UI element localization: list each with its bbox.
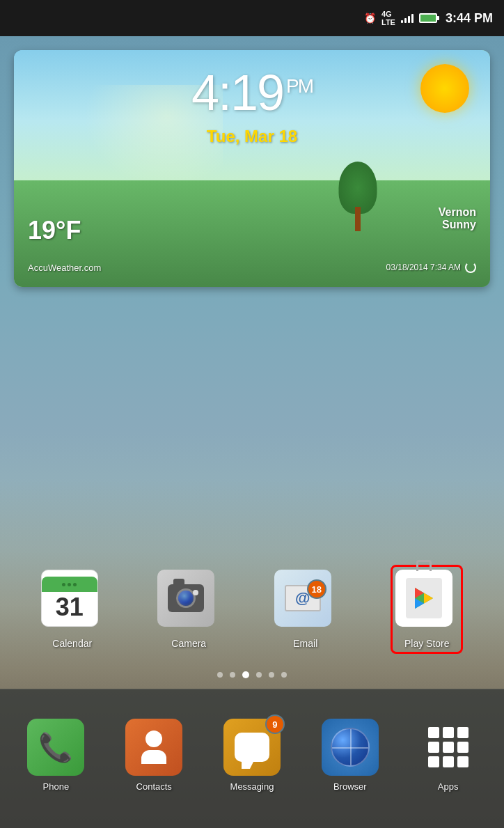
play-arrow [412,586,436,610]
apps-dot [457,756,468,767]
svg-marker-3 [424,593,433,604]
bag-handle [416,560,432,571]
battery-icon [419,13,437,23]
play-store-label: Play Store [404,638,450,649]
camera-flash [193,590,198,595]
apps-dot [428,756,439,767]
apps-dock-item[interactable]: Apps [420,719,477,792]
widget-location: Vernon Sunny [439,206,476,231]
widget-time: 4:19PM [14,64,490,121]
apps-dot [428,742,439,753]
home-screen: 4:19PM Tue, Mar 18 19°F Vernon Sunny Acc… [0,36,504,828]
phone-dock-item[interactable]: 📞 Phone [27,719,84,792]
messaging-badge: 9 [265,714,285,734]
refresh-icon [465,262,476,273]
camera-label: Camera [171,638,206,649]
messaging-label: Messaging [230,781,274,792]
contact-head [145,731,162,747]
calendar-dot [62,583,65,586]
page-dot-4[interactable] [256,672,262,678]
calendar-dot [73,583,77,586]
tree-trunk [355,207,361,231]
apps-grid [428,727,468,767]
page-dot-2[interactable] [230,672,235,678]
phone-label: Phone [43,781,70,792]
apps-dot [457,727,468,738]
apps-dot [457,742,468,753]
messaging-dock-item[interactable]: 9 Messaging [223,719,281,792]
apps-dot [443,756,454,767]
play-store-app[interactable]: Play Store [391,565,463,654]
camera-icon-wrapper [157,570,220,632]
tree-top [339,162,377,214]
contacts-dock-item[interactable]: Contacts [125,719,182,792]
browser-icon [322,719,379,776]
contact-figure [141,731,166,764]
apps-dot [443,742,454,753]
play-store-icon [395,570,452,627]
email-app[interactable]: @ 18 Email [274,570,337,649]
phone-symbol: 📞 [38,731,73,764]
email-envelope: @ 18 [285,585,321,611]
page-dot-5[interactable] [269,672,274,678]
apps-icon [420,719,477,776]
email-icon-wrapper: @ 18 [274,570,337,632]
page-dot-6[interactable] [281,672,287,678]
contact-body [141,750,166,764]
calendar-dot [68,583,71,586]
page-indicators [0,671,504,678]
phone-icon: 📞 [27,719,84,776]
camera-app[interactable]: Camera [157,570,220,649]
camera-bump [173,579,184,586]
shopping-bag [406,578,442,618]
email-icon: @ 18 [274,570,331,627]
alarm-icon: ⏰ [364,13,376,24]
page-dot-3-active[interactable] [242,671,249,678]
calendar-icon: 31 [41,570,98,627]
contacts-icon [125,719,182,776]
widget-temp: 19°F [28,216,81,245]
page-dot-1[interactable] [217,672,223,678]
play-store-icon-wrapper [395,570,458,632]
calendar-icon-wrapper: 31 [41,570,104,632]
widget-accuweather: AccuWeather.com [28,263,101,273]
apps-dot [428,727,439,738]
camera-icon [157,570,214,627]
widget-updated: 03/18/2014 7:34 AM [386,262,476,273]
status-time: 3:44 PM [446,11,493,26]
status-bar: ⏰ 4GLTE 3:44 PM [0,0,504,36]
signal-bars [401,13,414,23]
contacts-label: Contacts [136,781,172,792]
camera-body [168,584,204,612]
calendar-date: 31 [56,592,84,620]
messaging-icon: 9 [223,719,281,776]
tree [337,162,379,231]
email-label: Email [293,638,317,649]
dock: 📞 Phone Contacts 9 Messaging [0,689,504,828]
chat-bubble [235,733,269,762]
widget-date: Tue, Mar 18 [14,127,490,146]
app-icons-row: 31 Calendar Camera [0,565,504,654]
apps-label: Apps [438,781,459,792]
calendar-app[interactable]: 31 Calendar [41,570,104,649]
browser-dock-item[interactable]: Browser [322,719,379,792]
globe-icon [331,728,370,767]
calendar-header [42,577,97,592]
calendar-label: Calendar [52,638,92,649]
browser-label: Browser [333,781,367,792]
weather-widget[interactable]: 4:19PM Tue, Mar 18 19°F Vernon Sunny Acc… [14,50,490,287]
lte-icon: 4GLTE [381,10,395,26]
email-badge: 18 [307,579,326,599]
apps-dot [443,727,454,738]
